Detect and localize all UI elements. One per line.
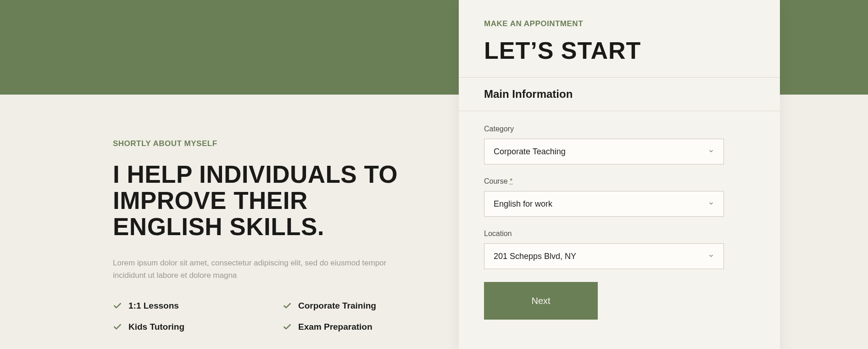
check-icon xyxy=(113,322,122,332)
form-section-title: Main Information xyxy=(484,88,755,101)
chevron-down-icon xyxy=(708,252,714,261)
check-icon xyxy=(283,322,292,332)
appointment-card: MAKE AN APPOINTMENT LET’S START Main Inf… xyxy=(459,0,780,349)
about-body: Lorem ipsum dolor sit amet, consectetur … xyxy=(113,257,406,281)
about-eyebrow: SHORTLY ABOUT MYSELF xyxy=(113,139,416,148)
feature-item: 1:1 Lessons xyxy=(113,301,283,311)
location-select[interactable]: 201 Schepps Blvd, NY xyxy=(484,243,724,269)
field-location: Location 201 Schepps Blvd, NY xyxy=(484,230,755,269)
card-title: LET’S START xyxy=(484,37,755,64)
field-course: Course * English for work xyxy=(484,177,755,217)
course-select[interactable]: English for work xyxy=(484,191,724,217)
check-icon xyxy=(283,301,292,310)
course-label: Course * xyxy=(484,177,755,186)
category-label: Category xyxy=(484,125,755,133)
feature-list: 1:1 Lessons Corporate Training Kids Tuto… xyxy=(113,301,416,332)
feature-label: Corporate Training xyxy=(298,301,376,311)
about-headline: I HELP INDIVIDUALS TO IMPROVE THEIR ENGL… xyxy=(113,161,416,240)
category-select[interactable]: Corporate Teaching xyxy=(484,139,724,164)
required-mark: * xyxy=(510,177,512,185)
feature-label: 1:1 Lessons xyxy=(128,301,179,311)
divider xyxy=(459,111,780,111)
feature-item: Corporate Training xyxy=(283,301,452,311)
chevron-down-icon xyxy=(708,199,714,209)
next-button[interactable]: Next xyxy=(484,282,598,320)
divider xyxy=(459,77,780,78)
about-section: SHORTLY ABOUT MYSELF I HELP INDIVIDUALS … xyxy=(113,139,416,332)
category-value: Corporate Teaching xyxy=(494,147,566,157)
check-icon xyxy=(113,301,122,310)
chevron-down-icon xyxy=(708,147,714,157)
feature-item: Kids Tutoring xyxy=(113,322,283,332)
course-value: English for work xyxy=(494,199,552,209)
card-eyebrow: MAKE AN APPOINTMENT xyxy=(484,19,755,28)
feature-label: Exam Preparation xyxy=(298,322,373,332)
feature-item: Exam Preparation xyxy=(283,322,452,332)
field-category: Category Corporate Teaching xyxy=(484,125,755,164)
feature-label: Kids Tutoring xyxy=(128,322,184,332)
location-label: Location xyxy=(484,230,755,238)
location-value: 201 Schepps Blvd, NY xyxy=(494,252,576,261)
